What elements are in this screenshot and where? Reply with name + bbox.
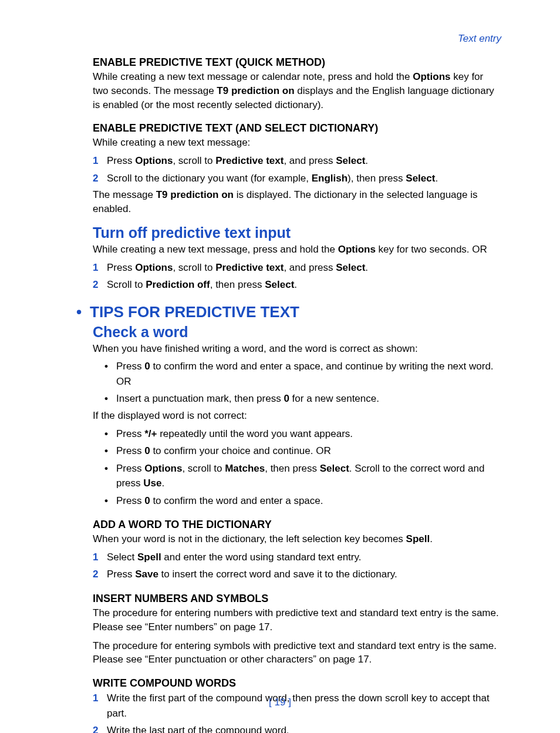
heading-compound-words: WRITE COMPOUND WORDS: [93, 677, 501, 690]
page-content: ENABLE PREDICTIVE TEXT (QUICK METHOD) Wh…: [93, 56, 501, 733]
list-item: 2Write the last part of the compound wor…: [93, 723, 501, 733]
para: If the displayed word is not correct:: [93, 409, 501, 423]
para: While creating a new text message, press…: [93, 243, 501, 257]
page-number: [ 19 ]: [0, 697, 560, 708]
list-number: 1: [93, 260, 100, 275]
list-item: 1Press Options, scroll to Predictive tex…: [93, 260, 501, 275]
heading-insert-numbers: INSERT NUMBERS AND SYMBOLS: [93, 593, 501, 605]
bullet-icon: •: [104, 493, 109, 509]
chapter-header: Text entry: [458, 33, 501, 45]
list-number: 1: [93, 153, 100, 169]
bullet-icon: •: [104, 461, 109, 476]
heading-enable-quick: ENABLE PREDICTIVE TEXT (QUICK METHOD): [93, 56, 501, 69]
bullet-icon: •: [104, 426, 109, 442]
list-item: •Insert a punctuation mark, then press 0…: [93, 391, 501, 406]
para: When your word is not in the dictionary,…: [93, 532, 501, 546]
list-item: 2Scroll to Prediction off, then press Se…: [93, 277, 501, 292]
para: While creating a new text message:: [93, 136, 501, 150]
list-item: 2Press Save to insert the correct word a…: [93, 567, 501, 582]
list-number: 2: [93, 723, 100, 733]
list-item: •Press 0 to confirm the word and enter a…: [93, 493, 501, 509]
list-number: 2: [93, 171, 100, 186]
para: The procedure for entering numbers with …: [93, 606, 501, 634]
bullet-icon: •: [76, 303, 82, 321]
bullet-icon: •: [104, 359, 109, 374]
para: When you have finished writing a word, a…: [93, 342, 501, 356]
heading-tips: • TIPS FOR PREDICTIVE TEXT: [76, 303, 501, 321]
para: The procedure for entering symbols with …: [93, 639, 501, 667]
heading-enable-select-dict: ENABLE PREDICTIVE TEXT (AND SELECT DICTI…: [93, 122, 501, 135]
list-number: 2: [93, 277, 100, 292]
bullet-icon: •: [104, 391, 109, 406]
list-number: 2: [93, 567, 100, 582]
para: The message T9 prediction on is displaye…: [93, 188, 501, 216]
list-item: 1Select Spell and enter the word using s…: [93, 550, 501, 565]
heading-check-word: Check a word: [93, 324, 501, 341]
list-item: •Press 0 to confirm your choice and cont…: [93, 443, 501, 459]
heading-add-word: ADD A WORD TO THE DICTIONARY: [93, 519, 501, 531]
para: While creating a new text message or cal…: [93, 70, 501, 112]
list-item: 1Press Options, scroll to Predictive tex…: [93, 153, 501, 169]
heading-text: TIPS FOR PREDICTIVE TEXT: [90, 303, 299, 321]
list-item: 2Scroll to the dictionary you want (for …: [93, 171, 501, 186]
bullet-icon: •: [104, 443, 109, 459]
list-item: •Press */+ repeatedly until the word you…: [93, 426, 501, 442]
heading-turn-off: Turn off predictive text input: [93, 224, 501, 241]
list-item: •Press Options, scroll to Matches, then …: [93, 461, 501, 491]
list-item: •Press 0 to confirm the word and enter a…: [93, 359, 501, 389]
list-number: 1: [93, 550, 100, 565]
